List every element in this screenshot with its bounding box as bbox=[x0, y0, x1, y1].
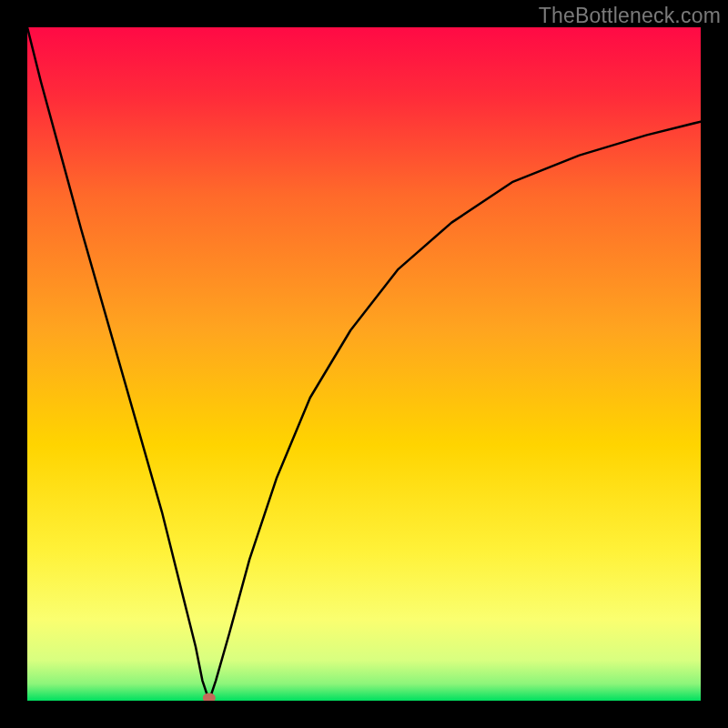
watermark-text: TheBottleneck.com bbox=[539, 4, 721, 28]
chart-svg bbox=[27, 27, 701, 701]
plot-area bbox=[27, 27, 701, 701]
gradient-background bbox=[27, 27, 701, 701]
chart-frame: TheBottleneck.com bbox=[0, 0, 728, 728]
